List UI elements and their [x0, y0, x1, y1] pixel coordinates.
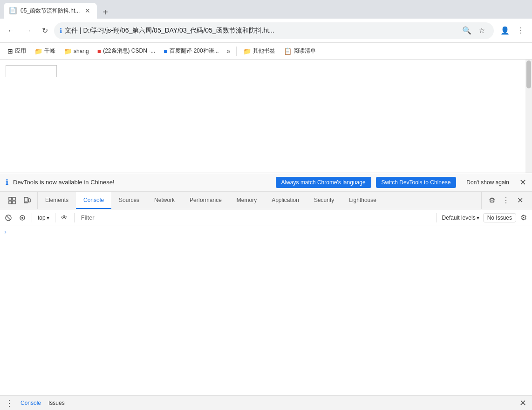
- svg-point-10: [21, 217, 23, 219]
- devtools-tab-actions: ⚙ ⋮ ✕: [481, 192, 530, 209]
- bookmarks-more-button[interactable]: »: [224, 45, 233, 57]
- apps-icon: ⊞: [7, 47, 13, 55]
- back-button[interactable]: ←: [4, 23, 19, 38]
- browser-frame: 📄 05_函数节流和防抖.ht... ✕ + ← → ↻ ℹ 文件 | D:/学…: [0, 0, 532, 410]
- devtools-tabs-list: Elements Console Sources Network Perform…: [38, 192, 481, 209]
- tab-close-button[interactable]: ✕: [84, 7, 91, 14]
- tab-application[interactable]: Application: [264, 192, 307, 209]
- context-dropdown-icon: ▾: [47, 215, 49, 221]
- page-area: [0, 60, 532, 173]
- page-content: [0, 60, 525, 173]
- console-chevron-icon[interactable]: ›: [4, 229, 7, 235]
- bookmarks-bar: ⊞ 应用 📁 千峰 📁 shang ■ (22条消息) CSDN -... ■ …: [0, 43, 532, 60]
- tab-network[interactable]: Network: [147, 192, 182, 209]
- nav-extra-buttons: 👤 ⋮: [498, 23, 528, 38]
- baidu-icon: ■: [164, 47, 167, 55]
- tab-security[interactable]: Security: [307, 192, 341, 209]
- bookmark-star-button[interactable]: ☆: [475, 24, 488, 37]
- tab-elements[interactable]: Elements: [38, 192, 76, 209]
- console-filter-input[interactable]: [77, 214, 433, 221]
- page-search-input[interactable]: [6, 65, 57, 77]
- bottom-bar-more-button[interactable]: ⋮: [4, 397, 15, 409]
- tab-performance[interactable]: Performance: [182, 192, 229, 209]
- svg-rect-5: [28, 199, 30, 202]
- bottom-bar-close-button[interactable]: ✕: [517, 397, 528, 409]
- svg-rect-3: [13, 201, 15, 204]
- toolbar-separator-2: [55, 213, 55, 222]
- bookmark-reading-list[interactable]: 📋 阅读清单: [280, 45, 320, 57]
- bookmark-qianfeng-label: 千峰: [44, 47, 55, 55]
- console-line: ›: [0, 228, 532, 236]
- bottom-tab-issues[interactable]: Issues: [47, 399, 67, 407]
- bookmark-shang[interactable]: 📁 shang: [60, 46, 93, 57]
- console-settings-button[interactable]: ⚙: [517, 211, 530, 224]
- active-tab[interactable]: 📄 05_函数节流和防抖.ht... ✕: [4, 3, 97, 19]
- forward-button[interactable]: →: [20, 23, 35, 38]
- issues-label: No Issues: [487, 215, 512, 221]
- nav-bar: ← → ↻ ℹ 文件 | D:/学习/js-翔/06_第六周/05_DAY/03…: [0, 19, 532, 43]
- devtools-tab-icons: [2, 192, 38, 209]
- address-bar[interactable]: ℹ 文件 | D:/学习/js-翔/06_第六周/05_DAY/03_代码/05…: [54, 22, 494, 39]
- bookmark-csdn[interactable]: ■ (22条消息) CSDN -...: [94, 45, 159, 57]
- devtools-settings-button[interactable]: ⚙: [485, 194, 498, 207]
- csdn-icon: ■: [97, 47, 101, 55]
- filter-toggle-button[interactable]: [16, 211, 29, 224]
- devtools-close-button[interactable]: ✕: [513, 194, 526, 207]
- clear-console-button[interactable]: [2, 211, 15, 224]
- new-tab-button[interactable]: +: [99, 6, 112, 19]
- dont-show-again-button[interactable]: Don't show again: [461, 177, 515, 188]
- reload-button[interactable]: ↻: [37, 23, 52, 38]
- switch-to-chinese-button[interactable]: Switch DevTools to Chinese: [376, 177, 457, 188]
- tab-memory[interactable]: Memory: [229, 192, 264, 209]
- notification-info-icon: ℹ: [6, 178, 8, 187]
- console-output: ›: [0, 226, 532, 395]
- tab-console[interactable]: Console: [76, 192, 111, 209]
- tab-bar: 📄 05_函数节流和防抖.ht... ✕ +: [0, 0, 532, 19]
- search-icon-btn[interactable]: 🔍: [460, 24, 473, 37]
- log-levels-label: Default levels: [442, 215, 476, 221]
- toolbar-separator-4: [436, 213, 437, 222]
- svg-rect-0: [9, 197, 12, 200]
- address-actions: 🔍 ☆: [460, 24, 488, 37]
- log-levels-button[interactable]: Default levels ▾: [439, 214, 482, 222]
- bookmark-other[interactable]: 📁 其他书签: [239, 45, 279, 57]
- tab-lighthouse[interactable]: Lighthouse: [341, 192, 384, 209]
- bookmarks-separator: [236, 47, 237, 56]
- issues-counter[interactable]: No Issues: [483, 213, 516, 222]
- reading-list-icon: 📋: [284, 47, 292, 55]
- devtools-more-button[interactable]: ⋮: [499, 194, 512, 207]
- always-match-language-button[interactable]: Always match Chrome's language: [276, 177, 371, 188]
- notification-close-button[interactable]: ✕: [519, 177, 526, 188]
- page-scrollbar[interactable]: [525, 60, 532, 173]
- bottom-tab-console[interactable]: Console: [19, 399, 43, 407]
- devtools-bottom-bar: ⋮ Console Issues ✕: [0, 395, 532, 410]
- tab-title: 05_函数节流和防抖.ht...: [20, 7, 80, 15]
- other-bookmarks-icon: 📁: [243, 47, 251, 55]
- profile-button[interactable]: 👤: [498, 23, 512, 38]
- bookmark-other-label: 其他书签: [253, 47, 275, 55]
- inspect-element-button[interactable]: [6, 194, 19, 207]
- context-selector[interactable]: top ▾: [35, 214, 52, 222]
- devtools-tabs-bar: Elements Console Sources Network Perform…: [0, 192, 532, 209]
- more-options-button[interactable]: ⋮: [513, 23, 528, 38]
- devtools-notification-bar: ℹ DevTools is now available in Chinese! …: [0, 173, 532, 192]
- context-label: top: [38, 215, 46, 221]
- bookmark-reading-label: 阅读清单: [293, 47, 316, 55]
- bookmark-shang-label: shang: [74, 48, 89, 54]
- folder-icon-2: 📁: [64, 47, 72, 55]
- bookmark-csdn-label: (22条消息) CSDN -...: [103, 47, 155, 55]
- device-toolbar-button[interactable]: [20, 194, 34, 207]
- bookmark-baidu[interactable]: ■ 百度翻译-200种语...: [160, 45, 223, 57]
- bookmark-baidu-label: 百度翻译-200种语...: [170, 47, 219, 55]
- bookmark-apps[interactable]: ⊞ 应用: [4, 45, 30, 57]
- bookmark-qianfeng[interactable]: 📁 千峰: [31, 45, 59, 57]
- svg-rect-2: [9, 201, 12, 204]
- scrollbar-thumb[interactable]: [526, 60, 531, 88]
- svg-rect-1: [13, 197, 15, 200]
- console-toolbar: top ▾ 👁 Default levels ▾ No Issues ⚙: [0, 209, 532, 226]
- bookmark-apps-label: 应用: [15, 47, 26, 55]
- tab-sources[interactable]: Sources: [111, 192, 147, 209]
- eye-button[interactable]: 👁: [58, 211, 71, 224]
- notification-text: DevTools is now available in Chinese!: [13, 179, 271, 186]
- toolbar-separator-1: [32, 213, 32, 222]
